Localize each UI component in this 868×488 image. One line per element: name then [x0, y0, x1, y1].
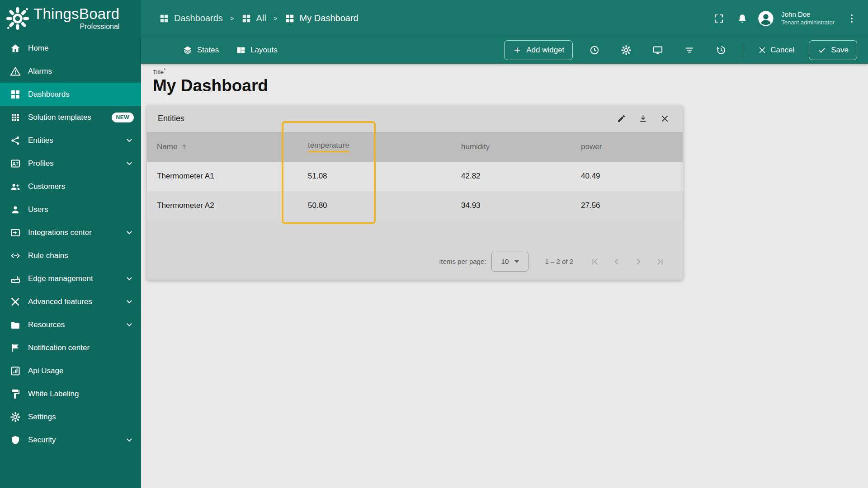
timewindow-button[interactable] — [585, 40, 604, 60]
sidebar-item-edge-management[interactable]: Edge management — [0, 267, 141, 290]
table-row[interactable]: Thermometer A1 51.08 42.82 40.49 — [147, 162, 683, 191]
filters-button[interactable] — [679, 40, 699, 60]
sidebar-item-dashboards[interactable]: Dashboards — [0, 83, 141, 106]
layouts-icon — [236, 45, 246, 55]
notifications-button[interactable] — [732, 9, 752, 28]
entity-aliases-button[interactable] — [648, 40, 668, 60]
sidebar-item-label: Rule chains — [28, 251, 134, 260]
states-label: States — [197, 46, 219, 55]
sidebar-item-settings[interactable]: Settings — [0, 405, 141, 428]
column-header-power[interactable]: power — [571, 142, 683, 151]
cell-power: 40.49 — [571, 172, 683, 181]
export-widget-button[interactable] — [637, 113, 649, 125]
top-bar-actions: John Doe Tenant administrator — [709, 9, 862, 28]
filter-icon — [684, 45, 695, 56]
sidebar-item-label: Solution templates — [28, 113, 104, 122]
sidebar-item-label: Customers — [28, 182, 134, 191]
cell-humidity: 34.93 — [451, 201, 571, 210]
sidebar-item-notification-center[interactable]: Notification center — [0, 336, 141, 359]
breadcrumb-item-dashboards[interactable]: Dashboards — [159, 13, 223, 23]
widget-title: Entities — [158, 114, 184, 123]
column-label: humidity — [461, 142, 490, 151]
rule-chains-icon — [10, 250, 21, 261]
save-button[interactable]: Save — [809, 40, 857, 60]
pagination-range-label: 1 – 2 of 2 — [545, 258, 573, 265]
dashboard-icon — [159, 14, 169, 23]
sidebar-item-customers[interactable]: Customers — [0, 175, 141, 198]
sidebar-item-solution-templates[interactable]: Solution templates NEW — [0, 106, 141, 129]
layouts-button[interactable]: Layouts — [230, 40, 284, 60]
sidebar-item-home[interactable]: Home — [0, 37, 141, 60]
remove-widget-button[interactable] — [658, 113, 671, 125]
sidebar-item-label: Alarms — [28, 67, 134, 76]
add-widget-button[interactable]: Add widget — [504, 40, 573, 60]
sidebar-item-label: Resources — [28, 320, 118, 329]
dashboard-icon — [241, 14, 251, 23]
sidebar-item-label: Notification center — [28, 343, 134, 352]
table-row[interactable]: Thermometer A2 50.80 34.93 27.56 — [147, 191, 683, 221]
cell-power: 27.56 — [571, 201, 683, 210]
gear-icon — [621, 45, 632, 56]
sidebar-item-rule-chains[interactable]: Rule chains — [0, 244, 141, 267]
sidebar-item-advanced-features[interactable]: Advanced features — [0, 290, 141, 313]
user-avatar[interactable] — [756, 9, 776, 28]
last-page-icon — [655, 257, 665, 267]
title-label-text: Title — [153, 69, 164, 75]
history-icon — [716, 45, 726, 56]
version-control-button[interactable] — [711, 40, 731, 60]
avatar-icon — [757, 9, 775, 28]
sidebar-item-label: Edge management — [28, 274, 118, 283]
notification-center-icon — [10, 343, 21, 353]
sidebar-item-alarms[interactable]: Alarms — [0, 60, 141, 83]
first-page-button[interactable] — [586, 253, 604, 271]
items-per-page-select[interactable]: 10 — [491, 252, 528, 272]
chevron-down-icon — [514, 260, 519, 263]
sidebar-nav: Home Alarms Dashboards Solution template… — [0, 37, 141, 488]
content-column: Dashboards > All > My Dashboard John — [141, 0, 868, 488]
sidebar-item-api-usage[interactable]: Api Usage — [0, 359, 141, 382]
states-button[interactable]: States — [176, 40, 225, 60]
chevron-down-icon — [125, 159, 134, 168]
last-page-button[interactable] — [651, 253, 669, 271]
customers-icon — [10, 181, 21, 192]
more-menu-button[interactable] — [842, 9, 862, 28]
sidebar-item-entities[interactable]: Entities — [0, 129, 141, 152]
edit-widget-button[interactable] — [615, 113, 627, 125]
integrations-center-icon — [10, 227, 21, 238]
next-page-button[interactable] — [629, 253, 647, 271]
brand-edition: Professional — [80, 23, 119, 31]
widget-actions — [615, 113, 671, 125]
column-header-name[interactable]: Name — [147, 142, 298, 151]
column-header-temperature[interactable]: temperature — [298, 141, 451, 152]
sidebar-item-integrations-center[interactable]: Integrations center — [0, 221, 141, 244]
user-role: Tenant administrator — [781, 19, 835, 27]
column-header-humidity[interactable]: humidity — [451, 142, 571, 151]
cancel-button[interactable]: Cancel — [755, 40, 797, 60]
sidebar-item-white-labeling[interactable]: White Labeling — [0, 382, 141, 405]
chevron-right-icon — [633, 257, 643, 267]
toolbar-divider — [743, 44, 743, 56]
brand-logo[interactable]: ThingsBoard Professional — [0, 0, 141, 37]
breadcrumb-item-all[interactable]: All — [241, 13, 266, 23]
user-info: John Doe Tenant administrator — [781, 10, 835, 26]
dashboard-canvas: Title* My Dashboard Entities Na — [141, 64, 868, 488]
bell-icon — [737, 13, 748, 24]
fullscreen-button[interactable] — [709, 9, 729, 28]
dashboard-settings-button[interactable] — [616, 40, 636, 60]
breadcrumb-item-current: My Dashboard — [285, 13, 359, 23]
cell-name: Thermometer A2 — [147, 201, 298, 210]
sidebar-item-label: Entities — [28, 136, 118, 145]
dashboard-toolbar: States Layouts Add widget — [141, 37, 868, 64]
sidebar-item-security[interactable]: Security — [0, 428, 141, 451]
sidebar-item-users[interactable]: Users — [0, 198, 141, 221]
sidebar-item-resources[interactable]: Resources — [0, 313, 141, 336]
sidebar-item-profiles[interactable]: Profiles — [0, 152, 141, 175]
dashboard-title-block: Title* My Dashboard — [153, 67, 868, 96]
page-title[interactable]: My Dashboard — [153, 76, 868, 96]
entities-table: Name temperature humidity power — [147, 132, 683, 221]
white-labeling-icon — [10, 389, 21, 399]
sidebar-item-label: Security — [28, 436, 118, 445]
table-pagination: Items per page: 10 1 – 2 of 2 — [147, 248, 683, 276]
chevron-down-icon — [125, 136, 134, 145]
previous-page-button[interactable] — [608, 253, 626, 271]
